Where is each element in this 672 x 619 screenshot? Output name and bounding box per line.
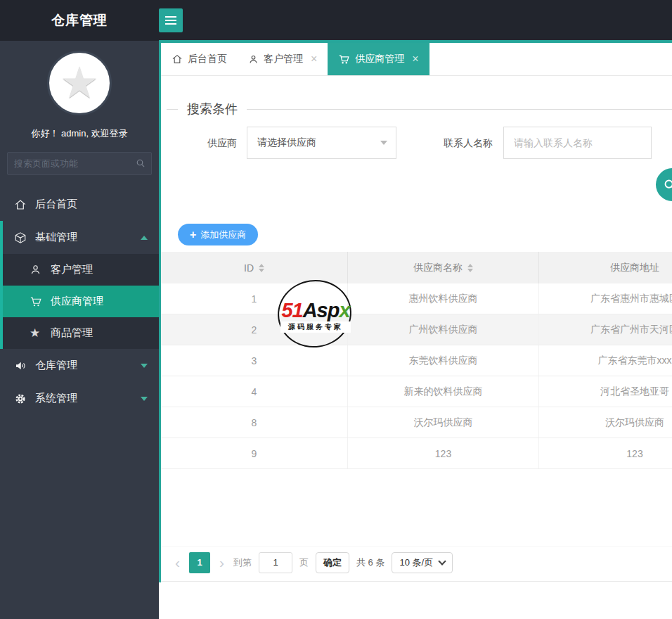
close-icon[interactable]: ×: [412, 53, 418, 65]
home-icon: [14, 198, 28, 211]
page-number-active[interactable]: 1: [189, 552, 210, 573]
panel-bottom-border: [161, 581, 672, 582]
goto-suffix: 页: [299, 556, 309, 569]
chevron-down-icon: [141, 397, 148, 401]
sidebar-item-label: 商品管理: [51, 326, 93, 340]
table-row[interactable]: 9 123 123: [161, 438, 672, 469]
cell-id: 8: [161, 407, 348, 438]
user-icon: [30, 264, 44, 276]
sort-icon[interactable]: [259, 264, 264, 272]
tab-label: 供应商管理: [355, 53, 404, 65]
sidebar-item-basic-management[interactable]: 基础管理: [3, 221, 159, 254]
table-row[interactable]: 8 沃尔玛供应商 沃尔玛供应商: [161, 407, 672, 438]
search-icon: [662, 177, 672, 193]
sidebar-item-product-management[interactable]: ★ 商品管理: [3, 317, 159, 349]
sidebar: ★ 你好！ admin, 欢迎登录 后台首页 基础管理: [0, 41, 159, 619]
greeting-text: 你好！ admin, 欢迎登录: [0, 127, 159, 140]
cell-name: 广州饮料供应商: [348, 314, 539, 345]
cube-icon: [14, 231, 28, 244]
table-row[interactable]: 4 新来的饮料供应商 河北省圣地亚哥: [161, 376, 672, 407]
chevron-down-icon: [380, 141, 387, 145]
supplier-table: ID 供应商名称 供应商地址 1 惠州饮料供应商 广东省惠州市惠城区: [161, 252, 672, 469]
topbar: 仓库管理: [0, 0, 672, 41]
sidebar-item-label: 仓库管理: [35, 359, 77, 372]
sidebar-item-label: 客户管理: [51, 263, 93, 276]
page-size-value: 10 条/页: [399, 556, 433, 569]
column-header-id[interactable]: ID: [161, 252, 348, 283]
plus-icon: +: [190, 229, 196, 241]
tab-home[interactable]: 后台首页: [161, 43, 238, 75]
table-header: ID 供应商名称 供应商地址: [161, 252, 672, 283]
table-row[interactable]: 3 东莞饮料供应商 广东省东莞市xxx: [161, 345, 672, 376]
star-avatar-icon: ★: [60, 61, 99, 105]
sidebar-submenu: 客户管理 供应商管理 ★ 商品管理: [3, 254, 159, 349]
hamburger-menu-icon[interactable]: [159, 8, 183, 32]
cell-address: 广东省惠州市惠城区: [539, 283, 672, 314]
sidebar-item-label: 后台首页: [35, 198, 77, 211]
tab-supplier-management[interactable]: 供应商管理 ×: [328, 43, 429, 75]
tab-customer-management[interactable]: 客户管理 ×: [238, 43, 328, 75]
sort-icon[interactable]: [467, 264, 473, 272]
cell-name: 惠州饮料供应商: [348, 283, 539, 314]
total-count: 共 6 条: [356, 556, 385, 569]
cart-icon: [30, 295, 44, 308]
cell-id: 3: [161, 345, 348, 376]
cell-address: 123: [539, 438, 672, 468]
cell-address: 沃尔玛供应商: [539, 407, 672, 438]
column-header-name[interactable]: 供应商名称: [348, 252, 539, 283]
sidebar-item-customer-management[interactable]: 客户管理: [3, 254, 159, 286]
sidebar-group-basic: 基础管理 客户管理 供应商管理 ★ 商品管理: [0, 221, 159, 349]
search-legend: 搜索条件: [178, 101, 247, 117]
cell-id: 1: [161, 283, 348, 314]
add-supplier-button[interactable]: + 添加供应商: [178, 224, 258, 245]
sidebar-item-warehouse-management[interactable]: 仓库管理: [0, 349, 159, 382]
goto-page-input[interactable]: [259, 552, 292, 573]
supplier-select-value: 请选择供应商: [257, 136, 316, 149]
cell-id: 9: [161, 438, 348, 468]
avatar-wrap: ★: [0, 51, 159, 115]
cell-address: 河北省圣地亚哥: [539, 376, 672, 407]
column-header-address[interactable]: 供应商地址: [539, 252, 672, 283]
user-icon: [248, 54, 259, 65]
cart-icon: [338, 53, 350, 65]
supplier-select[interactable]: 请选择供应商: [247, 127, 396, 159]
sidebar-search-input[interactable]: [7, 152, 152, 175]
table-row[interactable]: 1 惠州饮料供应商 广东省惠州市惠城区: [161, 283, 672, 314]
cell-address: 广东省广州市天河区: [539, 314, 672, 345]
goto-prefix: 到第: [233, 556, 252, 569]
main-content: 搜索条件 供应商 请选择供应商 联系人名称 + 添加供应商 ID 供应商名称 供…: [161, 76, 672, 619]
prev-page-icon[interactable]: ‹: [173, 555, 182, 570]
sidebar-item-supplier-management[interactable]: 供应商管理: [3, 286, 159, 317]
supplier-label: 供应商: [179, 127, 237, 159]
sidebar-item-label: 系统管理: [35, 392, 77, 405]
tab-label: 后台首页: [188, 53, 227, 65]
cell-name: 沃尔玛供应商: [348, 407, 539, 438]
avatar[interactable]: ★: [47, 51, 112, 115]
sidebar-item-system-management[interactable]: 系统管理: [0, 382, 159, 415]
sidebar-item-home[interactable]: 后台首页: [0, 188, 159, 221]
search-fieldset: 搜索条件: [167, 101, 672, 118]
sidebar-item-label: 供应商管理: [51, 295, 103, 308]
cell-name: 123: [348, 438, 539, 468]
pagination: ‹ 1 › 到第 页 确定 共 6 条 10 条/页: [161, 546, 672, 578]
chevron-down-icon: [438, 557, 446, 565]
chevron-up-icon: [141, 236, 148, 240]
gear-icon: [14, 393, 28, 405]
search-icon: [135, 158, 146, 169]
confirm-button[interactable]: 确定: [316, 552, 349, 573]
star-icon: ★: [30, 326, 44, 340]
contact-input[interactable]: [503, 127, 652, 159]
next-page-icon[interactable]: ›: [217, 555, 226, 570]
page: { "topbar": { "title": "仓库管理" }, "sideba…: [0, 0, 672, 619]
sidebar-nav: 后台首页 基础管理 客户管理: [0, 188, 159, 415]
close-icon[interactable]: ×: [311, 53, 317, 65]
page-size-select[interactable]: 10 条/页: [392, 552, 453, 573]
table-row[interactable]: 2 广州饮料供应商 广东省广州市天河区: [161, 314, 672, 345]
cell-id: 2: [161, 314, 348, 345]
add-supplier-label: 添加供应商: [200, 229, 246, 241]
tab-label: 客户管理: [264, 53, 303, 65]
chevron-down-icon: [141, 364, 148, 368]
cell-address: 广东省东莞市xxx: [539, 345, 672, 376]
home-icon: [172, 53, 183, 65]
app-title: 仓库管理: [0, 0, 159, 41]
